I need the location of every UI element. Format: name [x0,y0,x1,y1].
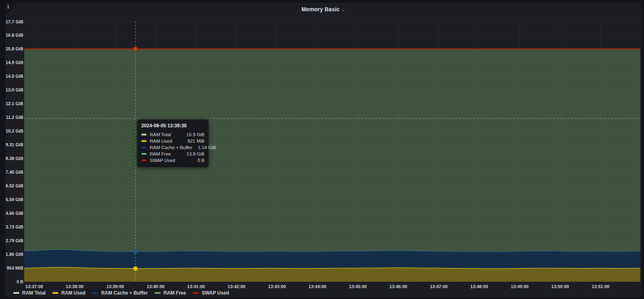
legend-label: RAM Free [163,290,186,296]
tooltip-series-name: RAM Total [150,132,171,137]
legend-label: RAM Used [61,290,85,296]
graph-tooltip: 2024-06-05 13:39:30 RAM Total15.9 GiBRAM… [137,120,208,167]
series-color-swatch [141,134,147,135]
y-axis-label: 10.2 GiB [6,129,23,133]
y-axis-label: 3.73 GiB [6,224,23,229]
area-ram-cache-buffer [14,249,641,268]
tooltip-series-value: 0 B [192,158,204,163]
x-axis-label: 13:43:00 [268,284,286,289]
hover-marker-swap-used [134,47,137,51]
y-axis-label: 5.59 GiB [6,197,23,202]
y-axis: 17.7 GiB16.8 GiB15.8 GiB14.9 GiB14.0 GiB… [5,3,23,297]
legend-color-swatch [52,292,58,294]
series-color-swatch [141,153,147,155]
y-axis-label: 11.2 GiB [6,115,23,120]
y-axis-label: 0 B [17,279,23,284]
y-axis-label: 2.79 GiB [6,238,23,243]
tooltip-row: RAM Used921 MiB [141,138,204,144]
y-axis-label: 15.8 GiB [6,46,23,51]
y-axis-label: 7.45 GiB [6,170,23,174]
legend-label: RAM Total [22,290,45,296]
x-axis-label: 13:45:00 [349,284,367,289]
legend-item-ram-cache-buffer[interactable]: RAM Cache + Buffer [92,290,148,296]
legend-label: SWAP Used [202,290,229,296]
tooltip-row: SWAP Used0 B [141,157,204,164]
tooltip-series-name: RAM Free [150,152,171,156]
x-axis-label: 13:38:00 [66,284,84,289]
x-axis-label: 13:46:00 [390,284,407,289]
tooltip-series-name: RAM Used [150,139,172,143]
tooltip-row: RAM Total15.9 GiB [141,131,204,138]
x-axis-label: 13:39:00 [106,284,124,289]
tooltip-series-name: RAM Cache + Buffer [150,145,192,150]
x-axis-label: 13:48:00 [471,284,488,289]
series-color-swatch [141,147,147,148]
x-axis-label: 13:50:00 [551,284,569,289]
area-ram-used [14,267,641,282]
y-axis-label: 14.9 GiB [6,60,23,65]
tooltip-series-value: 13.8 GiB [181,152,204,156]
tooltip-series-value: 1.14 GiB [192,145,216,150]
tooltip-rows: RAM Total15.9 GiBRAM Used921 MiBRAM Cach… [141,131,204,164]
x-axis-label: 13:41:00 [187,284,205,289]
tooltip-series-value: 921 MiB [182,139,204,143]
legend-color-swatch [13,292,19,294]
y-axis-label: 12.1 GiB [6,101,23,106]
y-axis-label: 6.52 GiB [6,183,23,188]
y-axis-label: 9.31 GiB [6,142,23,147]
tooltip-series-value: 15.9 GiB [181,132,204,137]
tooltip-row: RAM Free13.8 GiB [141,151,204,157]
x-axis-label: 13:37:00 [25,284,43,289]
x-axis-label: 13:42:00 [228,284,246,289]
y-axis-label: 8.38 GiB [6,156,23,161]
series-areas [14,49,641,282]
tooltip-series-name: SWAP Used [150,158,175,163]
y-axis-label: 1.86 GiB [6,252,23,257]
legend-item-ram-total[interactable]: RAM Total [13,290,45,296]
y-axis-label: 4.66 GiB [6,211,23,216]
hover-marker-ram-used [134,267,137,270]
legend-color-swatch [155,292,161,294]
tooltip-row: RAM Cache + Buffer1.14 GiB [141,144,204,151]
area-ram-free [14,49,641,252]
x-axis-label: 13:44:00 [309,284,326,289]
legend-item-ram-used[interactable]: RAM Used [52,290,85,296]
legend-color-swatch [92,292,98,294]
legend: RAM TotalRAM UsedRAM Cache + BufferRAM F… [13,290,236,296]
legend-item-ram-free[interactable]: RAM Free [155,290,186,296]
y-axis-label: 16.8 GiB [6,33,23,37]
x-axis-label: 13:49:00 [511,284,528,289]
y-axis-label: 17.7 GiB [6,19,23,24]
tooltip-timestamp: 2024-06-05 13:39:30 [141,123,204,129]
y-axis-label: 954 MiB [6,266,23,270]
chart-canvas[interactable] [5,3,641,297]
series-color-swatch [141,160,147,161]
y-axis-label: 13.0 GiB [6,87,23,92]
y-axis-label: 14.0 GiB [6,74,23,79]
x-axis-label: 13:51:00 [592,284,609,289]
graph-panel: Memory Basic⌄ i 17.7 GiB16.8 GiB15.8 GiB… [5,3,641,297]
series-color-swatch [141,140,147,142]
legend-color-swatch [193,292,199,294]
x-axis-label: 13:47:00 [430,284,448,289]
x-axis-label: 13:40:00 [147,284,165,289]
legend-item-swap-used[interactable]: SWAP Used [193,290,229,296]
legend-label: RAM Cache + Buffer [101,290,148,296]
hover-marker-ram-cache-buffer [134,250,137,253]
